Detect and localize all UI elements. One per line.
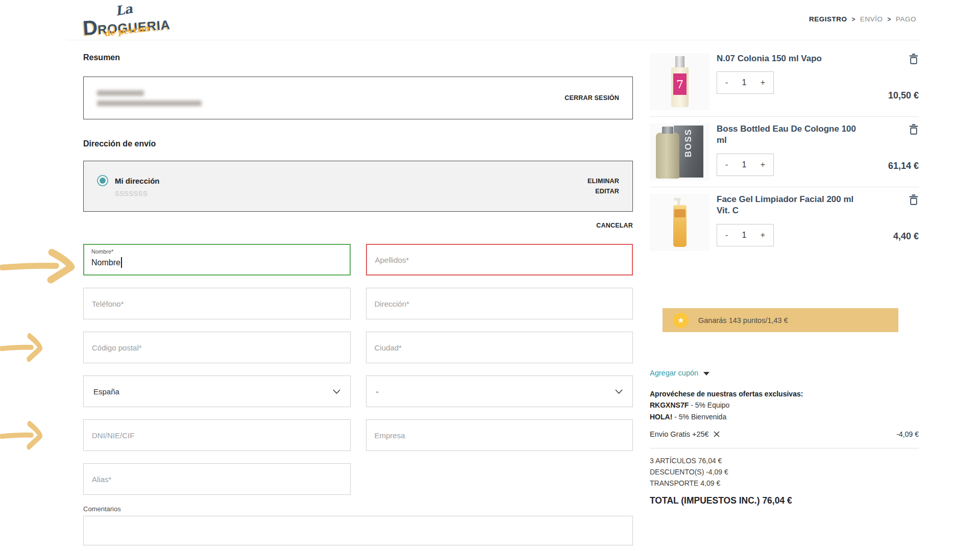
trash-icon[interactable] (909, 123, 919, 137)
caret-down-icon (703, 372, 709, 375)
articles-total-line: 3 ARTÍCULOS 76,04 € (650, 455, 919, 466)
cart-separator (650, 116, 919, 117)
ciudad-field[interactable] (366, 332, 633, 363)
quantity-decrease-button[interactable]: - (725, 231, 728, 240)
loyalty-points-text: Ganarás 143 puntos/1,43 € (698, 316, 788, 324)
offer-line: HOLA! - 5% Bienvenida (650, 412, 919, 421)
pais-select[interactable]: España (83, 375, 351, 407)
add-coupon-toggle[interactable]: Agregar cupón (650, 369, 919, 377)
loyalty-points-banner: ★ Ganarás 143 puntos/1,43 € (663, 308, 898, 332)
coupon-desc: - 5% Bienvenida (674, 413, 726, 421)
radio-selected-icon[interactable] (97, 175, 108, 186)
cancel-button[interactable]: CANCELAR (596, 222, 633, 229)
address-option-subtext: SSSSSSS (115, 190, 160, 197)
offer-line: RKGXNS7F - 5% Equipo (650, 400, 919, 410)
blurred-address-line (97, 101, 202, 106)
shipping-address-form: Nombre* Nombre España - (83, 244, 633, 495)
cart-item: BOSS Boss Bottled Eau De Cologne 100 ml … (650, 123, 919, 181)
blurred-account-info (97, 90, 202, 106)
nombre-field-label: Nombre* (91, 248, 342, 255)
star-icon: ★ (673, 313, 689, 328)
provincia-select[interactable]: - (366, 375, 633, 407)
product-price: 10,50 € (888, 90, 919, 101)
coupon-code: RKGXNS7F (650, 401, 689, 409)
account-summary-box: CERRAR SESIÓN (83, 77, 633, 119)
coupon-discount-amount: -4,09 € (896, 430, 919, 438)
cancel-row: CANCELAR (83, 220, 633, 230)
product-price: 4,40 € (893, 231, 919, 242)
form-grid-spacer (366, 463, 633, 495)
direccion-field[interactable] (366, 288, 633, 319)
empresa-field[interactable] (366, 419, 633, 451)
address-radio-row[interactable]: Mi dirección (97, 175, 160, 186)
dni-field[interactable] (83, 419, 351, 451)
product-title: Face Gel Limpiador Facial 200 ml Vit. C (717, 194, 868, 217)
address-option-label: Mi dirección (115, 177, 160, 185)
delete-address-button[interactable]: ELIMINAR (587, 178, 619, 185)
annotation-arrow-codigo-postal (0, 331, 43, 362)
nombre-field[interactable]: Nombre* Nombre (83, 244, 351, 276)
quantity-decrease-button[interactable]: - (725, 78, 728, 87)
cart-sidebar: 7 N.07 Colonia 150 ml Vapo - 1 + (650, 0, 919, 506)
telefono-field[interactable] (83, 288, 351, 319)
apellidos-field[interactable] (366, 244, 633, 276)
cart-item: 7 N.07 Colonia 150 ml Vapo - 1 + (650, 53, 919, 110)
quantity-decrease-button[interactable]: - (725, 160, 728, 169)
product-price: 61,14 € (888, 161, 919, 171)
remove-coupon-icon[interactable] (714, 431, 720, 437)
annotation-arrow-dni (0, 418, 43, 450)
coupon-code: HOLA! (650, 413, 672, 421)
coupon-desc: - 5% Equipo (691, 401, 729, 409)
applied-coupon-row: Envio Gratis +25€ -4,09 € (650, 430, 919, 438)
quantity-increase-button[interactable]: + (761, 231, 765, 240)
checkout-main-column: Resumen CERRAR SESIÓN Dirección de envío… (83, 0, 633, 547)
add-coupon-label: Agregar cupón (650, 369, 698, 377)
grand-total-line: TOTAL (IMPUESTOS INC.) 76,04 € (650, 495, 919, 506)
totals-divider (650, 448, 919, 448)
quantity-increase-button[interactable]: + (761, 78, 765, 87)
chevron-down-icon (333, 389, 340, 394)
cart-item: Face Gel Limpiador Facial 200 ml Vit. C … (650, 194, 919, 251)
codigo-postal-field[interactable] (83, 332, 351, 363)
applied-coupon-label: Envio Gratis +25€ (650, 430, 709, 438)
summary-section-title: Resumen (83, 53, 633, 62)
quantity-value: 1 (742, 231, 747, 240)
comentarios-field[interactable] (83, 516, 633, 545)
provincia-select-value: - (376, 387, 379, 396)
quantity-stepper: - 1 + (717, 154, 774, 176)
annotation-arrow-nombre (0, 246, 76, 284)
edit-address-button[interactable]: EDITAR (595, 188, 619, 195)
logout-button[interactable]: CERRAR SESIÓN (565, 94, 619, 102)
quantity-stepper: - 1 + (717, 224, 774, 246)
trash-icon[interactable] (909, 194, 919, 208)
pais-select-value: España (93, 387, 119, 396)
quantity-value: 1 (742, 160, 747, 169)
address-option: Mi dirección SSSSSSS (97, 175, 160, 197)
blurred-account-line (97, 90, 144, 96)
address-actions: ELIMINAR EDITAR (587, 178, 619, 195)
cart-separator (650, 187, 919, 187)
alias-field[interactable] (83, 463, 351, 495)
product-image-colonia: 7 (650, 53, 709, 110)
transport-total-line: TRANSPORTE 4,09 € (650, 478, 919, 489)
nombre-field-value: Nombre (91, 257, 342, 268)
product-title: N.07 Colonia 150 ml Vapo (717, 53, 868, 64)
shipping-address-box: Mi dirección SSSSSSS ELIMINAR EDITAR (83, 161, 633, 212)
text-cursor (121, 257, 122, 268)
quantity-stepper: - 1 + (717, 71, 774, 94)
comentarios-label: Comentarios (83, 505, 633, 513)
quantity-value: 1 (742, 78, 747, 87)
quantity-increase-button[interactable]: + (761, 160, 765, 169)
product-image-face-gel (650, 194, 709, 251)
product-title: Boss Bottled Eau De Cologne 100 ml (717, 123, 868, 146)
trash-icon[interactable] (909, 53, 919, 67)
checkout-page: La DROGUERIA de percon REGISTRO > ENVÍO … (0, 0, 980, 551)
discount-total-line: DESCUENTO(S) -4,09 € (650, 466, 919, 478)
shipping-section-title: Dirección de envío (83, 139, 633, 148)
chevron-down-icon (615, 389, 623, 394)
offers-title: Aprovéchese de nuestras ofertas exclusiv… (650, 390, 919, 398)
product-image-boss: BOSS (650, 123, 709, 181)
